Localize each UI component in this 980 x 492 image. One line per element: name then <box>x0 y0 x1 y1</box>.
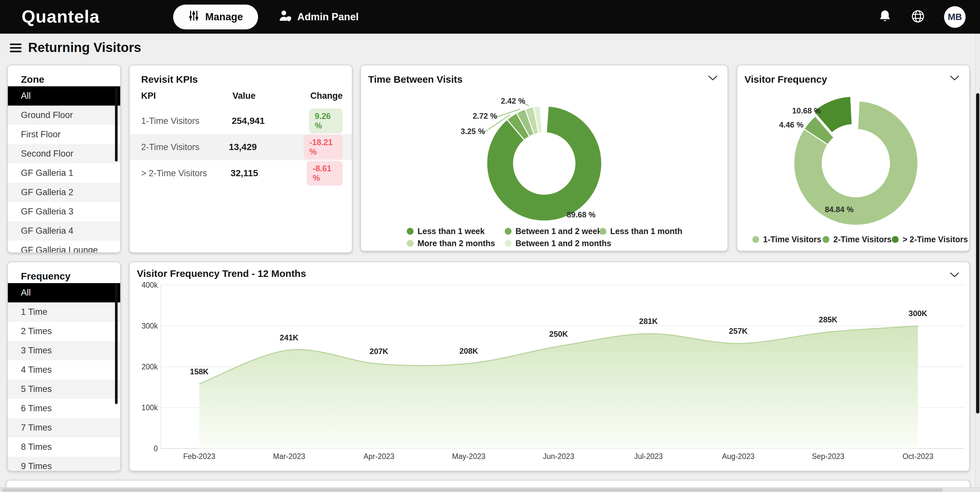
legend-item[interactable]: > 2-Time Visitors <box>892 235 968 244</box>
zone-item[interactable]: GF Galleria 3 <box>8 202 120 221</box>
zone-panel: Zone AllGround FloorFirst FloorSecond Fl… <box>7 65 121 253</box>
x-axis-label: Apr-2023 <box>364 452 395 461</box>
legend-item[interactable]: Less than 1 month <box>600 227 682 236</box>
globe-icon[interactable] <box>911 9 925 25</box>
kpi-value: 32,115 <box>231 168 307 179</box>
slice-label: 2.72 % <box>473 112 497 121</box>
legend-dot-icon <box>892 236 899 243</box>
visitor-frequency-donut <box>737 65 969 251</box>
manage-button[interactable]: Manage <box>173 5 258 29</box>
zone-item[interactable]: First Floor <box>8 125 120 144</box>
data-point-label: 300K <box>908 309 928 318</box>
legend-label: Less than 1 week <box>417 227 485 236</box>
kpi-name: > 2-Time Visitors <box>141 168 231 179</box>
legend-item[interactable]: 2-Time Visitors <box>822 235 892 244</box>
legend-item[interactable]: More than 2 months <box>407 239 505 248</box>
data-point-label: 241K <box>280 333 299 342</box>
data-point-label: 285K <box>819 315 838 324</box>
data-point-label: 207K <box>369 347 388 356</box>
legend-label: Between 1 and 2 weeks <box>515 227 606 236</box>
x-axis-label: Oct-2023 <box>902 452 934 461</box>
legend-label: Between 1 and 2 months <box>515 239 611 248</box>
frequency-item[interactable]: 8 Times <box>8 438 120 457</box>
legend-item[interactable]: Between 1 and 2 weeks <box>505 227 600 236</box>
vertical-scrollbar-thumb[interactable] <box>976 93 979 414</box>
kpi-table-row: 1-Time Visitors254,9419.26 % <box>130 108 352 134</box>
legend-dot-icon <box>600 228 606 235</box>
legend-label: Less than 1 month <box>610 227 682 236</box>
kpi-value: 13,429 <box>229 142 304 152</box>
time-between-visits-panel: Time Between Visits 89.68 % 3.25 % 2.72 … <box>360 65 728 251</box>
frequency-item[interactable]: 1 Time <box>8 302 120 322</box>
zone-item[interactable]: All <box>8 86 120 105</box>
data-point-label: 208K <box>459 347 478 355</box>
zone-item[interactable]: Ground Floor <box>8 105 120 125</box>
admin-panel-label: Admin Panel <box>297 11 359 23</box>
frequency-list-scrollbar[interactable] <box>115 283 118 404</box>
frequency-item[interactable]: All <box>8 283 120 302</box>
zone-list: AllGround FloorFirst FloorSecond FloorGF… <box>8 86 120 252</box>
dashboard-page: Quantela Manage Admin Panel <box>0 0 980 492</box>
bell-icon[interactable] <box>878 9 892 25</box>
kpi-change-badge: -8.61 % <box>307 161 343 186</box>
donut-slice[interactable] <box>487 106 602 221</box>
kpi-name: 2-Time Visitors <box>141 142 229 152</box>
x-axis-label: May-2023 <box>452 452 485 461</box>
revisit-kpis-panel: Revisit KPIs KPI Value Change 1-Time Vis… <box>129 65 353 253</box>
legend-label: 2-Time Visitors <box>833 235 891 244</box>
zone-item[interactable]: GF Galleria 2 <box>8 183 120 202</box>
zone-list-scrollbar[interactable] <box>115 86 118 161</box>
legend-item[interactable]: Between 1 and 2 months <box>505 239 600 248</box>
slice-label: 3.25 % <box>461 127 485 136</box>
slice-label: 2.42 % <box>501 96 525 105</box>
frequency-item[interactable]: 7 Times <box>8 418 120 438</box>
zone-item[interactable]: GF Galleria 1 <box>8 163 120 183</box>
zone-item[interactable]: GF Galleria 4 <box>8 221 120 241</box>
legend-item[interactable]: Less than 1 week <box>407 227 505 236</box>
slice-label: 4.46 % <box>779 120 803 129</box>
frequency-item[interactable]: 2 Times <box>8 322 120 341</box>
change-col-header: Change <box>310 91 343 101</box>
kpi-name: 1-Time Visitors <box>141 116 232 126</box>
data-point-label: 250K <box>549 329 568 339</box>
zone-item[interactable]: Second Floor <box>8 144 120 163</box>
manage-label: Manage <box>205 11 243 23</box>
page-vertical-scrollbar <box>975 34 980 492</box>
slice-label: 10.68 % <box>792 106 821 115</box>
y-axis-tick: 400k <box>142 281 158 289</box>
legend-dot-icon <box>505 240 512 247</box>
legend-dot-icon <box>505 228 512 235</box>
user-avatar[interactable]: MB <box>944 6 966 28</box>
visitor-frequency-panel: Visitor Frequency 84.84 % 4.46 % 10.68 %… <box>737 65 970 251</box>
user-shield-icon <box>278 9 292 25</box>
nav-right: MB <box>878 0 966 34</box>
x-axis-label: Jul-2023 <box>634 452 663 461</box>
x-axis-label: Feb-2023 <box>183 452 215 461</box>
slice-label: 84.84 % <box>825 205 854 214</box>
horizontal-scrollbar-thumb[interactable] <box>2 489 943 492</box>
frequency-item[interactable]: 3 Times <box>8 341 120 360</box>
slice-label: 89.68 % <box>567 210 595 219</box>
sliders-icon <box>188 10 199 24</box>
kpi-table-row: > 2-Time Visitors32,115-8.61 % <box>130 160 352 186</box>
hamburger-menu-icon[interactable] <box>10 42 22 53</box>
y-axis-tick: 0 <box>154 444 158 453</box>
top-nav: Quantela Manage Admin Panel <box>0 0 980 34</box>
legend-dot-icon <box>407 228 414 235</box>
frequency-item[interactable]: 4 Times <box>8 360 120 380</box>
frequency-item[interactable]: 6 Times <box>8 399 120 418</box>
admin-panel-button[interactable]: Admin Panel <box>278 0 359 34</box>
legend-dot-icon <box>822 236 829 243</box>
data-point-label: 257K <box>729 327 748 335</box>
y-axis-tick: 300k <box>142 322 158 330</box>
page-header: Returning Visitors Oct-2023 ✕ Filter <box>0 34 980 61</box>
frequency-panel-title: Frequency <box>8 262 120 282</box>
frequency-item[interactable]: 9 Times <box>8 457 120 471</box>
frequency-item[interactable]: 5 Times <box>8 380 120 399</box>
legend-label: 1-Time Visitors <box>763 235 821 244</box>
x-axis-label: Aug-2023 <box>722 452 755 461</box>
page-title: Returning Visitors <box>28 40 141 55</box>
zone-item[interactable]: GF Galleria Lounge <box>8 241 120 253</box>
page-horizontal-scrollbar <box>0 487 980 492</box>
legend-item[interactable]: 1-Time Visitors <box>752 235 822 244</box>
